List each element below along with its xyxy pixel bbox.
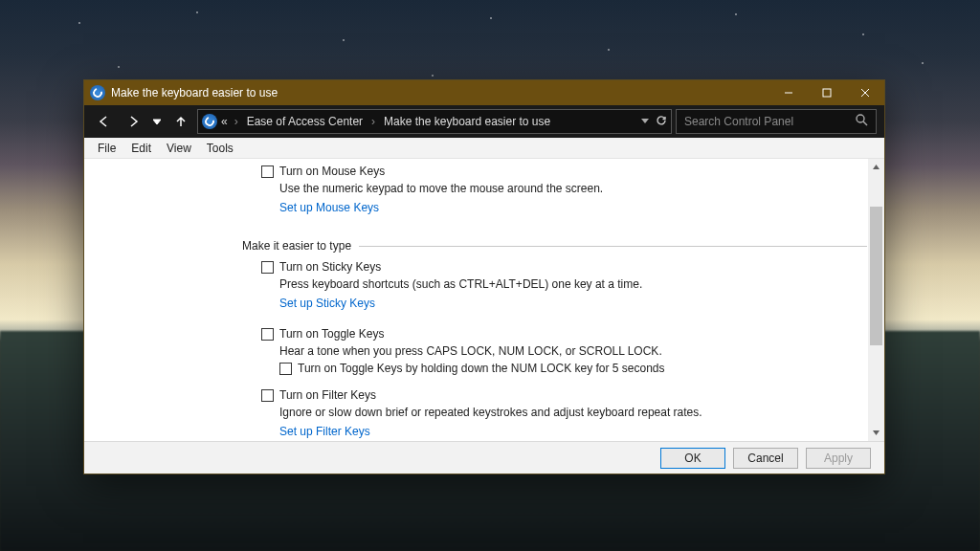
nav-forward-button[interactable] (121, 109, 145, 134)
window-title: Make the keyboard easier to use (111, 86, 278, 99)
toggle-keys-label[interactable]: Turn on Toggle Keys (279, 327, 384, 341)
content-area: Turn on Mouse Keys Use the numeric keypa… (84, 159, 884, 441)
minimize-button[interactable] (769, 80, 808, 105)
sticky-keys-desc: Press keyboard shortcuts (such as CTRL+A… (279, 277, 867, 291)
filter-keys-desc: Ignore or slow down brief or repeated ke… (279, 406, 867, 419)
nav-up-button[interactable] (168, 109, 193, 134)
close-button[interactable] (846, 80, 884, 105)
nav-row: « › Ease of Access Center › Make the key… (84, 105, 884, 138)
toggle-keys-desc: Hear a tone when you press CAPS LOCK, NU… (279, 344, 867, 358)
chevron-right-icon: › (234, 115, 238, 128)
control-panel-window: Make the keyboard easier to use « › Ea (83, 79, 885, 474)
ease-of-access-icon (202, 114, 217, 129)
search-placeholder: Search Control Panel (684, 115, 856, 128)
ok-button[interactable]: OK (660, 448, 725, 469)
scroll-down-icon[interactable] (868, 425, 884, 441)
mouse-keys-link[interactable]: Set up Mouse Keys (279, 201, 379, 214)
mouse-keys-label[interactable]: Turn on Mouse Keys (279, 165, 385, 178)
mouse-keys-checkbox[interactable] (261, 165, 274, 178)
filter-keys-label[interactable]: Turn on Filter Keys (279, 388, 376, 402)
type-group-label: Make it easier to type (242, 239, 867, 253)
svg-line-5 (863, 121, 867, 125)
breadcrumb-current[interactable]: Make the keyboard easier to use (382, 115, 552, 128)
apply-button[interactable]: Apply (806, 448, 871, 469)
toggle-keys-numlock-checkbox[interactable] (279, 363, 292, 375)
address-dropdown[interactable] (640, 115, 650, 128)
search-icon (856, 114, 868, 129)
breadcrumb-parent[interactable]: Ease of Access Center (245, 115, 365, 128)
dialog-footer: OK Cancel Apply (84, 441, 884, 474)
svg-point-4 (857, 115, 864, 122)
nav-recent-dropdown[interactable] (149, 109, 165, 134)
svg-rect-1 (823, 89, 831, 97)
sticky-keys-checkbox[interactable] (261, 261, 274, 274)
search-input[interactable]: Search Control Panel (676, 109, 877, 134)
menu-edit[interactable]: Edit (123, 142, 159, 155)
sticky-keys-label[interactable]: Turn on Sticky Keys (279, 260, 381, 274)
filter-keys-link[interactable]: Set up Filter Keys (279, 425, 370, 438)
refresh-button[interactable] (656, 115, 667, 129)
address-bar[interactable]: « › Ease of Access Center › Make the key… (197, 109, 672, 134)
nav-back-button[interactable] (92, 109, 117, 134)
menu-tools[interactable]: Tools (199, 142, 241, 155)
menu-file[interactable]: File (90, 142, 123, 155)
toggle-keys-numlock-label[interactable]: Turn on Toggle Keys by holding down the … (298, 362, 665, 375)
menu-bar: File Edit View Tools (84, 138, 884, 159)
scroll-up-icon[interactable] (868, 159, 884, 175)
titlebar[interactable]: Make the keyboard easier to use (84, 80, 884, 105)
ease-of-access-icon (90, 85, 105, 100)
mouse-keys-desc: Use the numeric keypad to move the mouse… (279, 182, 867, 195)
filter-keys-checkbox[interactable] (261, 389, 274, 402)
maximize-button[interactable] (808, 80, 846, 105)
chevron-right-icon: › (371, 115, 375, 128)
scrollbar[interactable] (868, 159, 884, 441)
scroll-thumb[interactable] (870, 207, 882, 345)
breadcrumb-back-prefix: « (221, 115, 228, 128)
menu-view[interactable]: View (159, 142, 199, 155)
sticky-keys-link[interactable]: Set up Sticky Keys (279, 297, 375, 310)
cancel-button[interactable]: Cancel (733, 448, 798, 469)
toggle-keys-checkbox[interactable] (261, 328, 274, 341)
